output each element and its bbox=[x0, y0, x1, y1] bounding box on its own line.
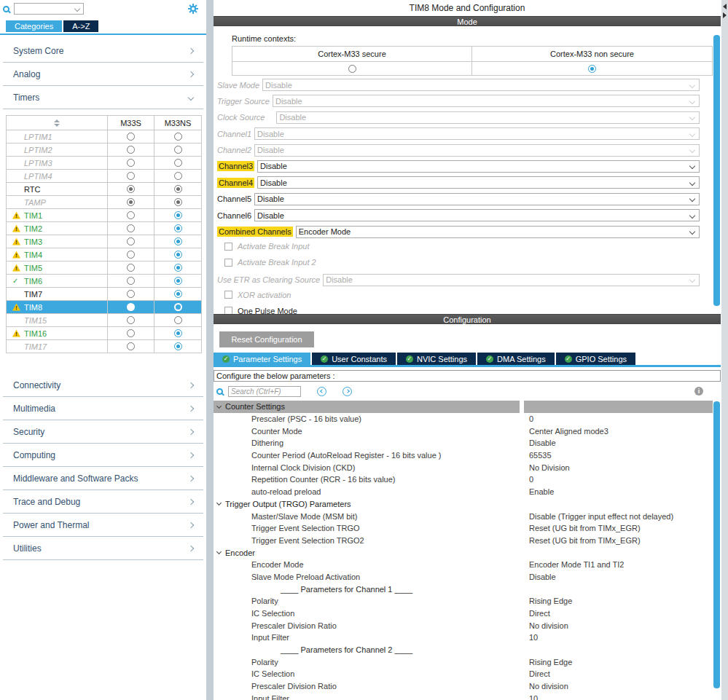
timer-name-cell[interactable]: LPTIM3 bbox=[7, 157, 108, 169]
tab-dma-settings[interactable]: ✓DMA Settings bbox=[477, 353, 555, 365]
timer-name-cell[interactable]: !TIM4 bbox=[7, 248, 108, 261]
search-previous-button[interactable] bbox=[317, 387, 326, 396]
param-value[interactable]: 10 bbox=[524, 693, 713, 700]
field-select[interactable]: Encoder Mode bbox=[296, 226, 700, 238]
tree-param-row[interactable]: Counter Period (AutoReload Register - 16… bbox=[214, 449, 713, 462]
timer-row[interactable]: !TIM16 bbox=[7, 327, 201, 340]
radio-m33s[interactable] bbox=[127, 316, 135, 324]
timer-name-cell[interactable]: ✓TIM6 bbox=[7, 275, 108, 287]
timer-row[interactable]: !TIM1 bbox=[7, 209, 201, 222]
tree-param-row[interactable]: DitheringDisable bbox=[214, 437, 713, 449]
radio-m33s[interactable] bbox=[127, 146, 135, 154]
tree-param-row[interactable]: Slave Mode Preload ActivationDisable bbox=[214, 571, 713, 583]
field-select[interactable]: Disable bbox=[254, 209, 700, 221]
tree-param-row[interactable]: Internal Clock Division (CKD)No Division bbox=[214, 461, 713, 473]
radio-m33s[interactable] bbox=[127, 185, 135, 193]
tree-param-row[interactable]: Prescaler Division RatioNo division bbox=[214, 619, 713, 632]
sidebar-item-multimedia[interactable]: Multimedia bbox=[3, 397, 203, 420]
radio-m33s[interactable] bbox=[127, 277, 135, 285]
timer-row[interactable]: RTC bbox=[7, 183, 201, 196]
tree-group-row[interactable]: Trigger Output (TRGO) Parameters bbox=[214, 498, 713, 511]
radio-m33s[interactable] bbox=[127, 133, 135, 141]
timer-name-cell[interactable]: LPTIM1 bbox=[7, 130, 108, 143]
tree-group-row[interactable]: Encoder bbox=[214, 546, 713, 559]
timer-row[interactable]: !TIM8 bbox=[7, 301, 201, 314]
scrollbar-thumb[interactable] bbox=[713, 35, 720, 306]
tree-param-row[interactable]: PolarityRising Edge bbox=[214, 595, 713, 607]
tree-param-row[interactable]: IC SelectionDirect bbox=[214, 607, 713, 620]
radio-m33ns[interactable] bbox=[174, 303, 182, 311]
radio-m33s[interactable] bbox=[127, 290, 135, 298]
radio-m33ns[interactable] bbox=[174, 264, 182, 272]
param-value[interactable]: Reset (UG bit from TIMx_EGR) bbox=[524, 535, 713, 547]
radio-m33ns[interactable] bbox=[174, 198, 182, 206]
checkbox[interactable] bbox=[224, 307, 232, 314]
timer-name-cell[interactable]: LPTIM4 bbox=[7, 170, 108, 182]
param-value[interactable]: Direct bbox=[524, 607, 713, 620]
tab-gpio-settings[interactable]: ✓GPIO Settings bbox=[556, 353, 635, 365]
timer-name-cell[interactable]: RTC bbox=[7, 183, 108, 195]
panel-splitter[interactable] bbox=[721, 0, 728, 700]
timer-row[interactable]: !TIM5 bbox=[7, 261, 201, 275]
timer-row[interactable]: !TIM4 bbox=[7, 248, 201, 261]
radio-m33ns[interactable] bbox=[174, 290, 182, 298]
timer-row[interactable]: TIM17 bbox=[7, 340, 201, 353]
timer-row[interactable]: LPTIM4 bbox=[7, 170, 201, 183]
tab-parameter-settings[interactable]: ✓Parameter Settings bbox=[214, 353, 310, 365]
radio-m33ns[interactable] bbox=[174, 159, 182, 167]
radio-m33ns[interactable] bbox=[174, 329, 182, 337]
tree-param-row[interactable]: Input Filter10 bbox=[214, 632, 713, 644]
timer-name-cell[interactable]: TIM7 bbox=[7, 288, 108, 300]
column-header-m33s[interactable]: M33S bbox=[108, 116, 154, 130]
radio-context-secure[interactable] bbox=[348, 65, 356, 73]
radio-m33ns[interactable] bbox=[174, 146, 182, 154]
param-value[interactable]: Center Aligned mode3 bbox=[524, 425, 713, 437]
parameter-search-input[interactable] bbox=[228, 386, 301, 397]
collapse-right-icon[interactable] bbox=[723, 12, 727, 18]
param-value[interactable]: 65535 bbox=[524, 449, 713, 462]
radio-m33s[interactable] bbox=[127, 251, 135, 259]
scrollbar-thumb[interactable] bbox=[713, 401, 720, 688]
radio-m33s[interactable] bbox=[127, 172, 135, 180]
param-value[interactable]: Direct bbox=[524, 668, 713, 680]
radio-m33ns[interactable] bbox=[174, 172, 182, 180]
radio-m33ns[interactable] bbox=[174, 224, 182, 232]
timer-name-cell[interactable]: TIM15 bbox=[7, 314, 108, 326]
sidebar-item-computing[interactable]: Computing bbox=[3, 444, 203, 467]
group-header[interactable]: Encoder bbox=[214, 546, 524, 559]
radio-m33ns[interactable] bbox=[174, 316, 182, 324]
timer-row[interactable]: TIM15 bbox=[7, 314, 201, 327]
peripheral-search-combo[interactable] bbox=[14, 3, 84, 15]
field-select[interactable]: Disable bbox=[257, 160, 700, 173]
sidebar-item-system-core[interactable]: System Core bbox=[3, 39, 203, 63]
param-value[interactable]: 10 bbox=[524, 632, 713, 644]
sidebar-item-power-and-thermal[interactable]: Power and Thermal bbox=[3, 514, 203, 537]
timer-name-cell[interactable]: LPTIM2 bbox=[7, 143, 108, 156]
param-value[interactable]: No division bbox=[524, 680, 713, 693]
sidebar-item-middleware-and-software-packs[interactable]: Middleware and Software Packs bbox=[3, 467, 203, 490]
tree-param-row[interactable]: Trigger Event Selection TRGOReset (UG bi… bbox=[214, 522, 713, 535]
tree-param-row[interactable]: Prescaler Division RatioNo division bbox=[214, 680, 713, 693]
param-value[interactable]: Encoder Mode TI1 and TI2 bbox=[524, 559, 713, 571]
radio-m33ns[interactable] bbox=[174, 211, 182, 219]
sidebar-item-security[interactable]: Security bbox=[3, 420, 203, 444]
param-value[interactable]: Rising Edge bbox=[524, 656, 713, 668]
radio-m33s[interactable] bbox=[127, 342, 135, 350]
radio-m33s[interactable] bbox=[127, 303, 135, 311]
gear-icon[interactable] bbox=[187, 3, 199, 15]
radio-m33ns[interactable] bbox=[174, 237, 182, 245]
group-header[interactable]: Counter Settings bbox=[214, 401, 520, 413]
tree-param-row[interactable]: Repetition Counter (RCR - 16 bits value)… bbox=[214, 473, 713, 486]
timer-row[interactable]: LPTIM2 bbox=[7, 143, 201, 157]
timer-row[interactable]: LPTIM3 bbox=[7, 157, 201, 170]
timer-name-cell[interactable]: TAMP bbox=[7, 196, 108, 208]
sort-header[interactable] bbox=[7, 116, 108, 130]
info-icon[interactable]: i bbox=[694, 387, 703, 396]
radio-m33s[interactable] bbox=[127, 159, 135, 167]
timer-row[interactable]: ✓TIM6 bbox=[7, 275, 201, 288]
radio-m33s[interactable] bbox=[127, 198, 135, 206]
tree-param-row[interactable]: Counter ModeCenter Aligned mode3 bbox=[214, 425, 713, 437]
sidebar-item-analog[interactable]: Analog bbox=[3, 63, 203, 86]
radio-m33s[interactable] bbox=[127, 329, 135, 337]
timer-name-cell[interactable]: !TIM16 bbox=[7, 327, 108, 339]
